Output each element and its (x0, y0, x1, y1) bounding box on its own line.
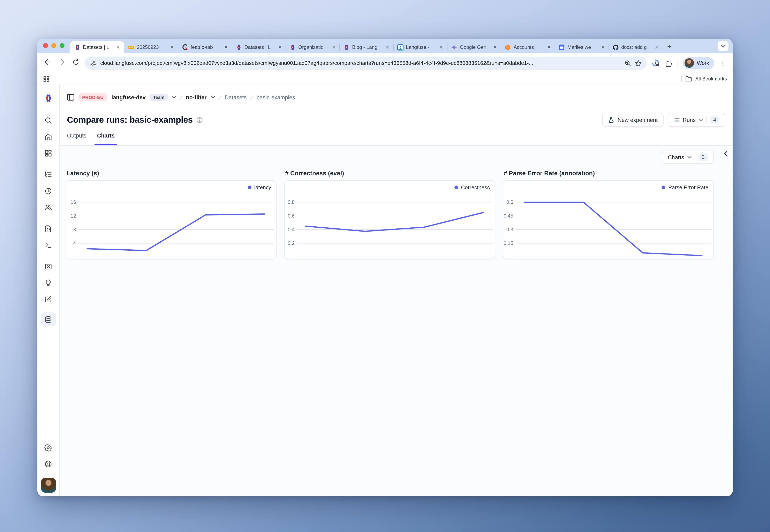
close-tab-icon[interactable]: ✕ (600, 44, 606, 50)
browser-profile-chip[interactable]: Work (683, 57, 714, 69)
close-tab-icon[interactable]: ✕ (438, 44, 444, 50)
close-tab-icon[interactable]: ✕ (385, 44, 390, 50)
runs-chevron-icon (699, 119, 703, 121)
maximize-window-button[interactable] (60, 43, 64, 48)
sidebar-item-users[interactable] (41, 199, 56, 216)
browser-tab[interactable]: docs: add g✕ (609, 41, 662, 53)
page-tabs: Outputs Charts (60, 130, 733, 146)
close-tab-icon[interactable]: ✕ (331, 44, 337, 50)
url-text[interactable]: cloud.langfuse.com/project/cmfwgv8fx002o… (100, 60, 621, 66)
runs-dropdown-button[interactable]: Runs 4 (668, 113, 725, 127)
user-avatar[interactable] (41, 478, 56, 493)
close-tab-icon[interactable]: ✕ (277, 44, 283, 50)
organization-name[interactable]: langfuse-dev (111, 94, 146, 100)
browser-tab[interactable]: feat(io-tab✕ (178, 41, 232, 53)
sidebar-item-settings[interactable] (41, 439, 56, 456)
apps-grid-icon[interactable] (43, 75, 50, 82)
breadcrumb-dataset-item[interactable]: basic-examples (257, 94, 295, 100)
langfuse-favicon-icon (289, 44, 296, 50)
browser-tab[interactable]: Blog - Lang✕ (339, 41, 393, 53)
browser-tab[interactable]: Accounts |✕ (501, 41, 555, 53)
chart-card[interactable]: latency481216 (66, 180, 277, 259)
browser-tab[interactable]: 20250923✕ (124, 41, 178, 53)
sidebar-item-tracing[interactable] (41, 166, 56, 183)
bookmark-star-icon[interactable] (635, 60, 642, 66)
svg-text:0.4: 0.4 (288, 227, 295, 232)
chart-title: # Correctness (eval) (285, 170, 495, 177)
chart-card[interactable]: Correctness0.20.40.60.8 (284, 180, 495, 259)
svg-text:0.3: 0.3 (506, 227, 513, 232)
site-settings-icon[interactable] (90, 60, 96, 66)
colab-favicon-icon (128, 44, 134, 50)
legend-label: latency (254, 184, 271, 190)
svg-text:0.15: 0.15 (503, 240, 513, 246)
back-button[interactable] (43, 59, 52, 67)
all-bookmarks-label[interactable]: All Bookmarks (695, 76, 727, 81)
chart-title: Latency (s) (67, 170, 277, 177)
sidebar-item-search[interactable] (41, 112, 56, 128)
sidebar-item-sessions[interactable] (41, 183, 56, 199)
sidebar-item-evaluation[interactable] (41, 258, 56, 275)
sidebar-item-dashboards[interactable] (41, 145, 56, 161)
chart-title: # Parse Error Rate (annotation) (504, 170, 714, 177)
zoom-icon[interactable] (625, 60, 631, 66)
close-tab-icon[interactable]: ✕ (223, 44, 229, 50)
address-bar[interactable]: cloud.langfuse.com/project/cmfwgv8fx002o… (85, 56, 647, 70)
sidebar-item-support[interactable] (41, 456, 56, 472)
tracing-icon (44, 171, 52, 178)
app-sidebar (37, 85, 60, 496)
browser-tab[interactable]: Organizatio✕ (286, 41, 339, 53)
org-chevron-icon[interactable] (172, 96, 176, 99)
close-window-button[interactable] (43, 43, 48, 48)
svg-text:0.45: 0.45 (503, 213, 513, 219)
close-tab-icon[interactable]: ✕ (169, 44, 175, 50)
langfuse-logo[interactable] (43, 93, 53, 103)
sidebar-item-prompts[interactable] (41, 220, 56, 237)
charts-grid: Latency (s)latency481216# Correctness (e… (60, 164, 733, 259)
sidebar-item-datasets[interactable] (41, 312, 56, 326)
close-tab-icon[interactable]: ✕ (546, 44, 552, 50)
extensions-puzzle-icon[interactable] (665, 59, 673, 67)
browser-tab[interactable]: Google Gen✕ (447, 41, 501, 53)
info-icon[interactable] (197, 117, 203, 123)
sidebar-item-home[interactable] (41, 128, 56, 145)
chart-card[interactable]: Parse Error Rate0.150.30.450.6 (503, 180, 714, 259)
playground-icon (44, 241, 52, 249)
browser-tab[interactable]: Datasets | L✕ (70, 41, 124, 53)
llm-judge-icon (44, 279, 52, 287)
new-tab-button[interactable]: + (664, 41, 675, 52)
tab-search-chevron-button[interactable] (718, 41, 729, 51)
langfuse-favicon-icon (74, 44, 80, 50)
breadcrumb-datasets-link[interactable]: Datasets (225, 94, 247, 100)
sidebar-item-annotation[interactable] (41, 291, 56, 307)
browser-menu-kebab-icon[interactable]: ⋮ (719, 59, 727, 67)
datasets-icon (44, 315, 52, 323)
reload-button[interactable] (71, 58, 80, 68)
evaluation-icon (44, 263, 52, 270)
prompts-icon (44, 225, 52, 233)
project-chevron-icon[interactable] (211, 96, 215, 99)
browser-tab[interactable]: Marlies we✕ (555, 41, 609, 53)
close-tab-icon[interactable]: ✕ (492, 44, 498, 50)
browser-tab[interactable]: 6Langfuse -✕ (393, 41, 447, 53)
close-tab-icon[interactable]: ✕ (654, 44, 660, 50)
browser-window: Datasets | L✕20250923✕feat(io-tab✕Datase… (37, 39, 733, 496)
new-experiment-button[interactable]: New experiment (603, 113, 663, 127)
forward-button[interactable] (57, 59, 66, 67)
collapse-panel-chevron[interactable] (722, 151, 729, 156)
browser-tab[interactable]: Datasets | L✕ (232, 41, 286, 53)
panel-toggle-icon[interactable] (67, 94, 74, 101)
project-name[interactable]: no-filter (186, 94, 207, 100)
toolbar-separator (678, 59, 678, 67)
charts-dropdown-button[interactable]: Charts 3 (662, 151, 714, 164)
tab-outputs[interactable]: Outputs (67, 130, 86, 145)
close-tab-icon[interactable]: ✕ (115, 44, 121, 50)
minimize-window-button[interactable] (51, 43, 56, 48)
sidebar-item-playground[interactable] (41, 237, 56, 253)
tab-charts[interactable]: Charts (97, 130, 115, 145)
profile-avatar (685, 58, 694, 68)
chart-block: Latency (s)latency481216 (66, 165, 277, 259)
sidebar-item-llm-judge[interactable] (41, 275, 56, 291)
password-manager-extension-icon[interactable] (652, 59, 660, 67)
charts-content: Charts 3 Latency (s)latency481216# Corre… (60, 146, 733, 496)
